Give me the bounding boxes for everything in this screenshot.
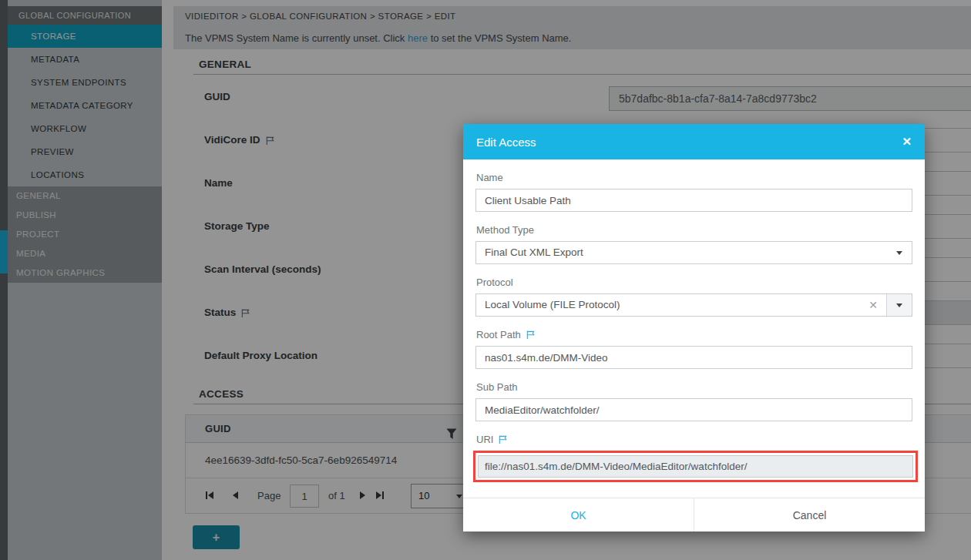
edit-access-dialog: Edit Access ✕ Name Method Type Final Cut…	[463, 124, 925, 531]
root-path-input[interactable]	[475, 346, 912, 369]
modal-method-type-field-group: Method Type Final Cut XML Export	[475, 223, 912, 264]
cancel-button[interactable]: Cancel	[694, 498, 925, 531]
modal-sub-path-field-group: Sub Path	[475, 381, 912, 421]
clear-icon[interactable]: ✕	[869, 294, 878, 316]
uri-label-text: URI	[476, 434, 493, 445]
protocol-select[interactable]: Local Volume (FILE Protocol) ✕	[475, 293, 912, 317]
close-icon[interactable]: ✕	[902, 135, 925, 149]
dialog-body: Name Method Type Final Cut XML Export Pr…	[463, 159, 925, 482]
modal-root-path-label: Root Path	[476, 328, 912, 340]
modal-method-type-label: Method Type	[476, 223, 912, 236]
protocol-value: Local Volume (FILE Protocol)	[485, 299, 620, 310]
flag-icon	[526, 330, 536, 340]
dialog-header: Edit Access ✕	[463, 124, 925, 159]
modal-protocol-field-group: Protocol Local Volume (FILE Protocol) ✕	[475, 276, 912, 317]
protocol-dropdown-button[interactable]	[886, 294, 912, 316]
modal-protocol-label: Protocol	[476, 276, 912, 288]
modal-uri-label: URI	[476, 433, 912, 445]
app-window: GLOBAL CONFIGURATION STORAGE METADATA SY…	[0, 0, 971, 560]
modal-uri-field-group: URI file://nas01.s4m.de/DMM-Video/MediaE…	[475, 433, 912, 482]
modal-name-input[interactable]	[475, 189, 912, 212]
sub-path-input[interactable]	[475, 398, 912, 421]
dialog-footer: OK Cancel	[463, 498, 925, 531]
flag-icon	[498, 434, 508, 444]
modal-sub-path-label: Sub Path	[476, 381, 912, 393]
chevron-down-icon	[896, 303, 902, 307]
uri-highlight-annotation: file://nas01.s4m.de/DMM-Video/MediaEdito…	[473, 451, 918, 482]
root-path-label-text: Root Path	[476, 329, 521, 340]
chevron-down-icon	[896, 251, 902, 255]
modal-name-label: Name	[476, 171, 912, 183]
modal-root-path-field-group: Root Path	[475, 328, 912, 369]
method-type-value: Final Cut XML Export	[485, 246, 583, 258]
uri-readonly-field: file://nas01.s4m.de/DMM-Video/MediaEdito…	[478, 455, 913, 478]
ok-button[interactable]: OK	[463, 498, 694, 531]
dialog-title: Edit Access	[463, 136, 902, 149]
modal-name-field-group: Name	[475, 171, 912, 212]
method-type-select[interactable]: Final Cut XML Export	[475, 241, 912, 264]
